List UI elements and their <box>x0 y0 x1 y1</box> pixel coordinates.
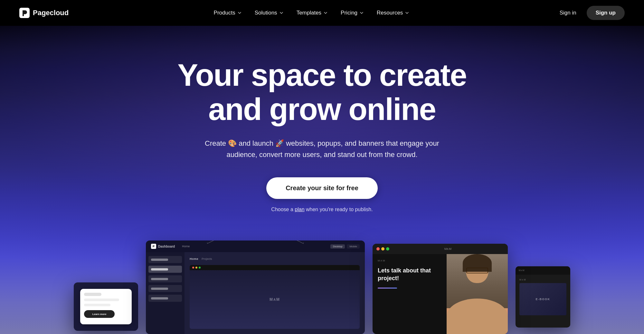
dashboard-main: Home Projects M∧M <box>185 252 365 334</box>
chevron-down-icon <box>359 11 364 15</box>
navbar-actions: Sign in Sign up <box>554 6 625 20</box>
hero-title: Your space to create and grow online <box>177 58 466 126</box>
sidebar-item <box>148 256 182 263</box>
dashboard-header: P Dashboard Home Desktop Mobile <box>146 241 365 252</box>
chevron-down-icon <box>279 11 284 15</box>
navbar: Pagecloud Products Solutions Templates P… <box>0 0 644 26</box>
plan-link[interactable]: plan <box>295 207 304 212</box>
nav-pricing[interactable]: Pricing <box>336 7 369 19</box>
hero-subtitle: Create 🎨 and launch 🚀 websites, popups, … <box>196 138 448 160</box>
nav-solutions[interactable]: Solutions <box>250 7 289 19</box>
preview-card-left: Learn more <box>74 282 138 331</box>
ebook-header: M∧M <box>516 266 570 275</box>
hero-cta-button[interactable]: Create your site for free <box>266 177 378 199</box>
signup-button[interactable]: Sign up <box>587 6 625 20</box>
nav-menu: Products Solutions Templates Pricing Res… <box>209 7 415 19</box>
brand-name: Pagecloud <box>33 9 69 17</box>
dashboard-sidebar <box>146 252 185 334</box>
sidebar-item <box>148 275 182 282</box>
preview-card-ebook: M∧M M∧M E-BOOK <box>516 266 570 328</box>
nav-resources[interactable]: Resources <box>372 7 414 19</box>
hero-content: Your space to create and grow online Cre… <box>97 26 547 238</box>
nav-templates[interactable]: Templates <box>291 7 333 19</box>
popup-header: M∧M <box>373 244 508 254</box>
dashboard-body: Home Projects M∧M <box>146 252 365 334</box>
nav-products[interactable]: Products <box>209 7 247 19</box>
chevron-down-icon <box>405 11 409 15</box>
hero-sub-text: Choose a plan when you're ready to publi… <box>271 207 373 212</box>
sidebar-item <box>148 295 182 302</box>
ebook-cover: E-BOOK <box>519 283 566 315</box>
preview-section: Learn more P Dashboard <box>0 241 644 334</box>
sidebar-item <box>148 285 182 292</box>
brand-logo[interactable]: Pagecloud <box>19 8 69 18</box>
signin-link[interactable]: Sign in <box>554 7 582 19</box>
chevron-down-icon <box>237 11 242 15</box>
chevron-down-icon <box>323 11 328 15</box>
hero-section: Your space to create and grow online Cre… <box>0 26 644 334</box>
dashboard-logo: P Dashboard <box>151 244 175 249</box>
popup-text: M∧M Lets talk about that project! <box>373 254 447 334</box>
preview-card-center: P Dashboard Home Desktop Mobile <box>146 241 365 334</box>
ebook-body: M∧M E-BOOK <box>516 275 570 319</box>
popup-body: M∧M Lets talk about that project! <box>373 254 508 334</box>
preview-card-right: M∧M M∧M Lets talk about that project! <box>373 244 508 334</box>
popup-image <box>447 254 508 334</box>
sidebar-item-active <box>148 266 182 273</box>
